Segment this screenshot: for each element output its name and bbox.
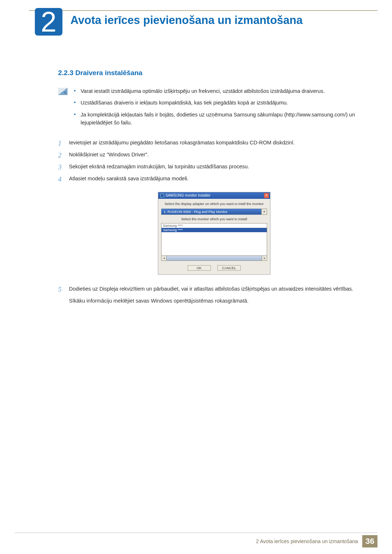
- footer-chapter-text: 2 Avota ierīces pievienošana un izmantoš…: [256, 538, 362, 544]
- scroll-track[interactable]: [167, 256, 262, 260]
- installer-label2: Select the monitor which you want to ins…: [161, 217, 267, 221]
- installer-body: Select the display adapter on which you …: [158, 199, 270, 274]
- step-item: 1Ievietojiet ar izstrādājumu piegādāto l…: [58, 139, 370, 147]
- dialog-buttons: OK CANCEL: [161, 265, 267, 271]
- steps-list-cont: 5Dodieties uz Displeja rekvizītiem un pā…: [58, 285, 370, 293]
- scroll-right-icon[interactable]: ▸: [262, 256, 267, 260]
- ok-button[interactable]: OK: [188, 265, 211, 271]
- scroll-left-icon[interactable]: ◂: [162, 256, 167, 260]
- step-followup: Sīkāku informāciju meklējiet savas Windo…: [58, 297, 370, 305]
- step-item: 3Sekojiet ekrānā redzamajām instrukcijām…: [58, 163, 370, 171]
- installer-titlebar: SAMSUNG monitor installer ×: [158, 192, 270, 199]
- note-item: Ja komplektācijā iekļautais fails ir boj…: [74, 111, 370, 127]
- top-border: [29, 10, 377, 11]
- step-number: 5: [58, 284, 62, 295]
- page-number: 36: [362, 535, 377, 547]
- chevron-down-icon[interactable]: ▾: [261, 209, 267, 215]
- step-number: 3: [58, 162, 62, 173]
- chapter-badge: 2: [35, 8, 62, 36]
- step-text: Noklikšķiniet uz "Windows Driver".: [69, 152, 149, 157]
- close-icon[interactable]: ×: [264, 193, 269, 198]
- chapter-title: Avota ierīces pievienošana un izmantošan…: [70, 14, 303, 27]
- step-number: 1: [58, 138, 62, 149]
- step-item: 5Dodieties uz Displeja rekvizītiem un pā…: [58, 285, 370, 293]
- cancel-button[interactable]: CANCEL: [217, 265, 241, 271]
- footer: 2 Avota ierīces pievienošana un izmantoš…: [256, 535, 377, 547]
- note-item: Varat iestatīt izstrādājuma optimālo izš…: [74, 87, 370, 95]
- note-icon: [58, 88, 68, 95]
- step-item: 2Noklikšķiniet uz "Windows Driver".: [58, 151, 370, 159]
- note-block: Varat iestatīt izstrādājuma optimālo izš…: [58, 87, 370, 131]
- step-item: 4Atlasiet modeļu sarakstā sava izstrādāj…: [58, 175, 370, 183]
- monitor-listbox[interactable]: Samsung **** Samsung ****: [161, 223, 267, 256]
- step-text: Sekojiet ekrānā redzamajām instrukcijām,…: [69, 164, 249, 169]
- installer-dialog: SAMSUNG monitor installer × Select the d…: [158, 192, 270, 275]
- combo-value: 1. RADEON 9550 : Plug and Play Monitor: [161, 209, 261, 215]
- steps-list: 1Ievietojiet ar izstrādājumu piegādāto l…: [58, 139, 370, 183]
- step-number: 4: [58, 174, 62, 185]
- step-text: Ievietojiet ar izstrādājumu piegādāto li…: [69, 140, 295, 145]
- step-number: 2: [58, 150, 62, 161]
- step-text: Atlasiet modeļu sarakstā sava izstrādāju…: [69, 176, 189, 181]
- section-number: 2.2.3: [58, 69, 73, 77]
- installer-label1: Select the display adapter on which you …: [161, 202, 267, 206]
- list-item[interactable]: Samsung ****: [162, 223, 267, 228]
- note-list: Varat iestatīt izstrādājuma optimālo izš…: [74, 87, 370, 131]
- installer-title: SAMSUNG monitor installer: [166, 193, 211, 197]
- adapter-combo[interactable]: 1. RADEON 9550 : Plug and Play Monitor ▾: [161, 209, 267, 215]
- list-item-selected[interactable]: Samsung ****: [162, 228, 267, 232]
- note-item: Uzstādīšanas draiveris ir iekļauts kompa…: [74, 99, 370, 107]
- section-title: Draivera instalēšana: [75, 69, 143, 77]
- horizontal-scrollbar[interactable]: ◂ ▸: [161, 256, 267, 261]
- footer-divider: [15, 533, 377, 533]
- chapter-number: 2: [41, 8, 56, 36]
- section-heading: 2.2.3 Draivera instalēšana: [58, 69, 370, 77]
- step-text: Dodieties uz Displeja rekvizītiem un pār…: [69, 286, 353, 292]
- app-icon: [160, 194, 164, 197]
